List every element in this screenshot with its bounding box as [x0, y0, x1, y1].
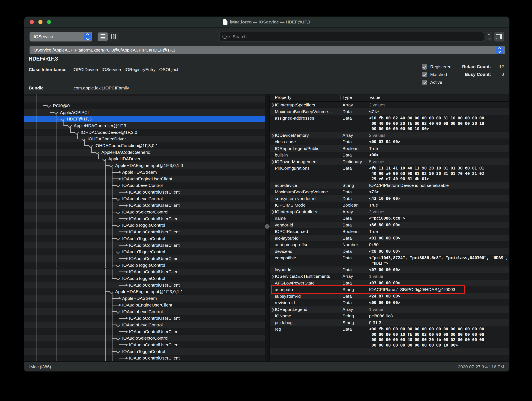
property-row[interactable]: IOInterruptControllersArray2 values: [270, 209, 509, 215]
tree-row[interactable]: IOAudioLevelControl: [24, 308, 265, 315]
pane-splitter[interactable]: [265, 94, 270, 361]
disclosure-open-icon[interactable]: [116, 223, 120, 227]
path-bar[interactable]: IOService:/AppleACPIPlatformExpert/PCI0@…: [30, 46, 505, 54]
titlebar[interactable]: iMac.ioreg — IOService — HDEF@1F,3: [24, 17, 509, 28]
property-row[interactable]: alc-layout-idData<01 00 00 00>: [270, 235, 509, 242]
tree-row[interactable]: IOHDACodecDevice@1F,3,0: [24, 129, 265, 136]
checkbox-box[interactable]: [422, 72, 427, 77]
disclosure-closed-icon[interactable]: [270, 103, 274, 107]
plane-selector-popup[interactable]: IOService: [30, 32, 92, 41]
tree-row[interactable]: AppleHDACodecGeneric: [24, 149, 265, 156]
disclosure-open-icon[interactable]: [116, 197, 120, 201]
tree-row[interactable]: IOAudioLevelControl: [24, 322, 265, 328]
disclosure-open-icon[interactable]: [116, 336, 120, 340]
disclosure-open-icon[interactable]: [88, 143, 93, 148]
tree-row[interactable]: AppleHDAStream: [24, 169, 265, 176]
disclosure-open-icon[interactable]: [116, 249, 120, 254]
property-row[interactable]: vendor-idData<86 80 00 00>: [270, 222, 509, 228]
disclosure-open-icon[interactable]: [109, 163, 113, 168]
tree-row[interactable]: AppleHDAEngineInput@1F,3,0,1,1: [24, 288, 265, 295]
property-row[interactable]: layout-idData<07 00 00 00>: [270, 267, 509, 273]
tree-row[interactable]: IOAudioToggleControl: [24, 262, 265, 269]
disclosure-open-icon[interactable]: [61, 117, 65, 121]
property-row[interactable]: MaximumBootBeepVolumeData<7f>: [270, 189, 509, 195]
property-row[interactable]: IOServiceDEXTEntitlementsArray1 value: [270, 273, 509, 280]
column-header-value[interactable]: Value: [369, 95, 380, 100]
property-row[interactable]: PinConfigurationsData<f0 11 11 41 10 40 …: [270, 165, 509, 182]
tree-row[interactable]: IOAudioControlUserClient: [24, 229, 265, 235]
close-button[interactable]: [30, 20, 34, 24]
property-row[interactable]: acpi-deviceStringIOACPIPlatformDevice is…: [270, 182, 509, 189]
property-row[interactable]: IOPowerManagementDictionary5 values: [270, 158, 509, 165]
search-field[interactable]: [219, 32, 484, 41]
property-row[interactable]: IONameStringpci8086,6c8: [270, 312, 509, 319]
property-row[interactable]: device-idData<c8 06 00 00>: [270, 248, 509, 255]
find-stepper-button[interactable]: [486, 32, 492, 41]
checkbox-box[interactable]: [422, 64, 427, 70]
disclosure-open-icon[interactable]: [95, 150, 100, 154]
tree-row[interactable]: IOAudioControlUserClient: [24, 315, 265, 322]
disclosure-open-icon[interactable]: [116, 236, 120, 241]
column-separator[interactable]: [367, 95, 367, 100]
disclosure-closed-icon[interactable]: [270, 308, 274, 312]
disclosure-open-icon[interactable]: [67, 123, 72, 128]
disclosure-closed-icon[interactable]: [270, 275, 274, 278]
tree-row[interactable]: IOAudioControlUserClient: [24, 269, 265, 275]
property-row[interactable]: regData<00 fb 00 00 00 00 00 00 00 00 00…: [270, 326, 509, 348]
tree-row[interactable]: IOAudioControlUserClient: [24, 202, 265, 209]
tree-row[interactable]: IOAudioEngineUserClient: [24, 176, 265, 182]
disclosure-open-icon[interactable]: [116, 276, 120, 280]
property-row[interactable]: subsystem-vendor-idData<43 10 00 00>: [270, 195, 509, 202]
disclosure-open-icon[interactable]: [81, 137, 86, 141]
property-row[interactable]: compatibleData<"pci1043,8724", "pci8086,…: [270, 255, 509, 267]
tree-row[interactable]: AppleACPIPCI: [24, 109, 265, 116]
property-row[interactable]: revision-idData<00 00 00 00>: [270, 299, 509, 306]
disclosure-open-icon[interactable]: [47, 103, 51, 108]
disclosure-open-icon[interactable]: [109, 289, 113, 294]
tree-row[interactable]: AppleHDAController@1F,3: [24, 122, 265, 129]
minimize-button[interactable]: [38, 20, 43, 24]
checkbox-active[interactable]: Active: [422, 80, 452, 85]
disclosure-open-icon[interactable]: [102, 157, 106, 161]
tree-row[interactable]: IOAudioToggleControl: [24, 235, 265, 242]
disclosure-open-icon[interactable]: [54, 110, 58, 115]
tree-row[interactable]: IOAudioControlUserClient: [24, 255, 265, 262]
tree-row[interactable]: HDEF@1F,3: [24, 116, 265, 122]
tree-row[interactable]: IOAudioToggleControl: [24, 348, 265, 355]
tree-row[interactable]: IOAudioToggleControl: [24, 275, 265, 282]
tree-row[interactable]: PCI0@0: [24, 102, 265, 109]
property-row[interactable]: class-codeData<00 03 04 00>: [270, 139, 509, 145]
disclosure-open-icon[interactable]: [116, 210, 120, 214]
tree-row[interactable]: IOAudioControlUserClient: [24, 328, 265, 335]
disclosure-open-icon[interactable]: [116, 263, 120, 267]
column-header-property[interactable]: Property: [275, 95, 291, 100]
tree-row[interactable]: IOAudioControlUserClient: [24, 282, 265, 288]
zoom-button[interactable]: [47, 20, 51, 24]
tree-row[interactable]: IOAudioLevelControl: [24, 196, 265, 202]
property-row[interactable]: IOInterruptSpecifiersArray2 values: [270, 102, 509, 108]
tree-row[interactable]: IOAudioToggleControl: [24, 248, 265, 255]
checkbox-box[interactable]: [422, 80, 427, 85]
property-row[interactable]: IOPCIResourcedBooleanTrue: [270, 228, 509, 235]
list-view-button[interactable]: [98, 32, 108, 41]
property-row[interactable]: pcidebugString0:31:3: [270, 319, 509, 326]
property-row[interactable]: IOReportLegendPublicBooleanTrue: [270, 145, 509, 152]
disclosure-open-icon[interactable]: [116, 309, 120, 314]
tree-row[interactable]: IOAudioControlUserClient: [24, 189, 265, 196]
tree-row[interactable]: AppleHDAEngineInput@1F,3,0,1,0: [24, 162, 265, 169]
property-row[interactable]: IOPCIMSIModeBooleanTrue: [270, 202, 509, 209]
path-stepper-button[interactable]: [496, 46, 503, 54]
tree-row[interactable]: IOAudioControlUserClient: [24, 242, 265, 249]
tree-row[interactable]: IOAudioLevelControl: [24, 182, 265, 189]
disclosure-closed-icon[interactable]: [270, 134, 274, 137]
tree-row[interactable]: AppleHDAStream: [24, 295, 265, 302]
property-row[interactable]: acpi-pmcap-offsetNumber0x50: [270, 241, 509, 248]
disclosure-closed-icon[interactable]: [270, 210, 274, 214]
tree-row[interactable]: IOHDACodecDriver: [24, 136, 265, 142]
tree-row[interactable]: IOAudioControlUserClient: [24, 355, 265, 361]
disclosure-open-icon[interactable]: [74, 130, 79, 134]
tree-row[interactable]: IOHDACodecFunction@1F,3,0,1: [24, 142, 265, 149]
column-separator[interactable]: [340, 95, 341, 100]
property-row[interactable]: nameData<"pci8086,6c8">: [270, 215, 509, 222]
column-header-type[interactable]: Type: [342, 95, 352, 100]
